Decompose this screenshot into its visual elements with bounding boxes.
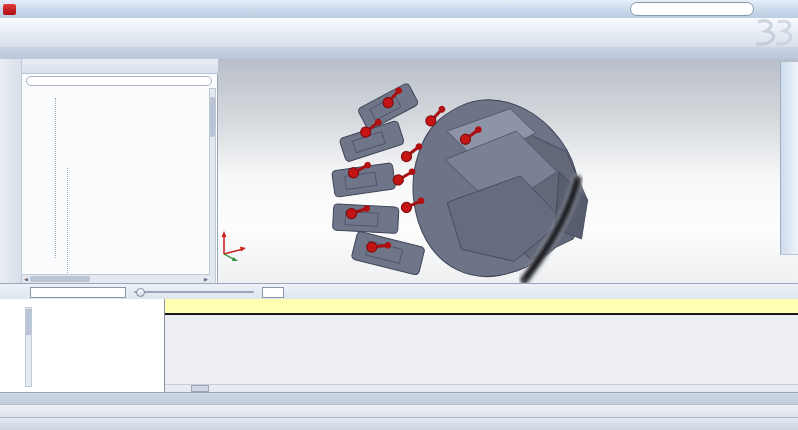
slider-knob[interactable] [136,288,145,297]
assembly-model-glove [325,78,610,283]
status-bar [0,417,798,430]
tree-connector [55,98,56,258]
timeline-horizontal-scrollbar[interactable] [165,384,798,392]
scroll-right-icon[interactable]: ▶ [202,276,210,282]
assembly-toolbar-vertical [0,59,22,283]
feature-panel-tabs [22,59,218,74]
motion-study-area [0,299,798,393]
task-pane-strip [780,62,798,255]
motion-tree-scrollbar[interactable] [25,307,32,387]
feature-manager-panel: ◀ ▶ [22,59,218,283]
playback-mode-dropdown[interactable] [262,287,284,298]
help-search-box[interactable] [630,2,754,16]
tree-filter-box[interactable] [26,76,212,86]
motion-tree-panel [0,299,165,392]
timeline-ruler[interactable] [165,299,798,314]
motion-features-toolbar [0,404,798,417]
motion-timeline[interactable] [165,299,798,392]
total-duration-line [165,314,798,316]
graphics-viewport[interactable] [218,59,798,283]
search-input[interactable] [634,5,750,13]
tree-horizontal-scrollbar[interactable]: ◀ ▶ [22,274,210,283]
solidworks-logo-icon [3,4,16,15]
command-manager-toolbar [0,18,798,48]
scroll-left-icon[interactable]: ◀ [22,276,30,282]
reference-triad-icon [218,227,249,261]
timebar-slider[interactable] [134,291,254,293]
dassault-watermark [750,18,796,48]
study-type-dropdown[interactable] [30,287,126,298]
